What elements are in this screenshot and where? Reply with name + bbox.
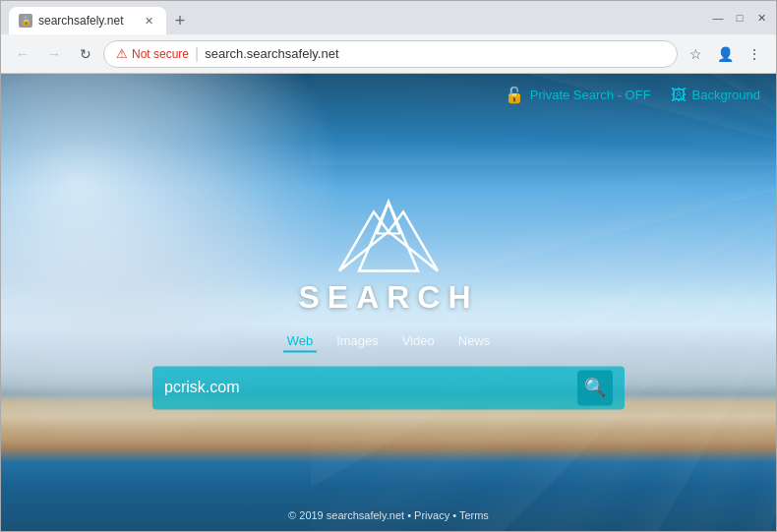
private-search-button[interactable]: 🔓 Private Search - OFF (505, 86, 651, 104)
footer-privacy-link[interactable]: Privacy (414, 509, 449, 521)
footer-terms-link[interactable]: Terms (459, 509, 489, 521)
background-button[interactable]: 🖼 Background (671, 87, 760, 104)
address-bar[interactable]: ⚠ Not secure | search.searchsafely.net (103, 40, 678, 68)
tab-news[interactable]: News (454, 331, 495, 352)
security-warning: ⚠ Not secure (116, 46, 189, 61)
search-tabs: Web Images Video News (283, 331, 495, 352)
search-button[interactable]: 🔍 (577, 370, 613, 405)
tab-video[interactable]: Video (398, 331, 439, 352)
tab-web[interactable]: Web (283, 331, 318, 352)
search-icon: 🔍 (584, 377, 606, 398)
tab-title: searchsafely.net (38, 14, 124, 28)
profile-button[interactable]: 👤 (711, 40, 739, 68)
tab-favicon: 🔒 (19, 14, 32, 28)
tab-area: 🔒 searchsafely.net ✕ + (9, 1, 699, 34)
lock-icon: 🔓 (505, 86, 524, 104)
image-icon: 🖼 (671, 87, 687, 104)
address-text: search.searchsafely.net (205, 46, 338, 61)
navigation-bar: ← → ↻ ⚠ Not secure | search.searchsafely… (1, 34, 776, 74)
logo-svg (329, 187, 448, 275)
page-content: 🔓 Private Search - OFF 🖼 Background (1, 74, 776, 531)
footer-copyright: © 2019 searchsafely.net (288, 509, 404, 521)
footer-sep2: • (452, 509, 459, 521)
tab-images[interactable]: Images (332, 331, 383, 352)
bookmark-button[interactable]: ☆ (682, 40, 709, 68)
active-tab[interactable]: 🔒 searchsafely.net ✕ (9, 7, 166, 34)
warning-icon: ⚠ (116, 46, 128, 61)
search-bar: 🔍 (152, 366, 625, 409)
page-header: 🔓 Private Search - OFF 🖼 Background (505, 86, 760, 104)
background-label: Background (692, 88, 760, 102)
browser-window: 🔒 searchsafely.net ✕ + — □ ✕ ← → ↻ ⚠ Not… (0, 0, 777, 532)
logo-text: SEARCH (298, 279, 478, 316)
logo-container: SEARCH (298, 187, 478, 316)
title-bar: 🔒 searchsafely.net ✕ + — □ ✕ (1, 1, 776, 34)
address-separator: | (195, 45, 199, 63)
search-input[interactable] (164, 379, 569, 396)
menu-button[interactable]: ⋮ (741, 40, 768, 68)
svg-marker-2 (359, 202, 418, 270)
reload-button[interactable]: ↻ (72, 40, 99, 68)
minimize-button[interactable]: — (711, 11, 725, 25)
nav-right-controls: ☆ 👤 ⋮ (682, 40, 768, 68)
window-controls: — □ ✕ (711, 11, 768, 25)
new-tab-button[interactable]: + (166, 7, 194, 34)
page-footer: © 2019 searchsafely.net • Privacy • Term… (1, 509, 776, 521)
close-button[interactable]: ✕ (754, 11, 768, 25)
private-search-label: Private Search - OFF (530, 88, 651, 102)
center-content: SEARCH Web Images Video News 🔍 (152, 187, 625, 409)
forward-button[interactable]: → (40, 40, 68, 68)
tab-close-btn[interactable]: ✕ (141, 13, 156, 29)
back-button[interactable]: ← (9, 40, 36, 68)
maximize-button[interactable]: □ (733, 11, 747, 25)
